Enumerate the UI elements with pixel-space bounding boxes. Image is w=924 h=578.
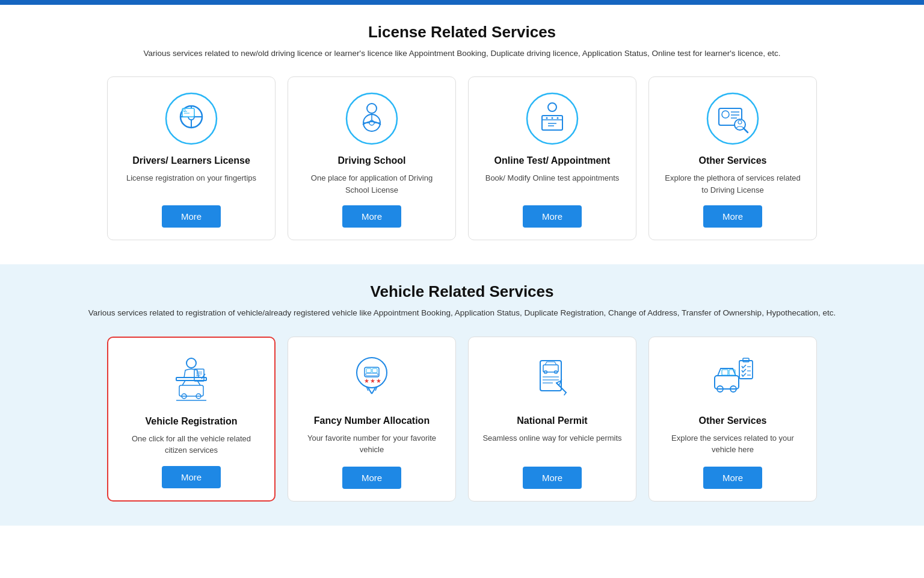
svg-rect-49 (366, 368, 371, 373)
more-button-other-services-vehicle[interactable]: More (703, 467, 762, 489)
card-desc-online-test: Book/ Modify Online test appointments (485, 172, 620, 196)
card-title-drivers-license: Drivers/ Learners License (132, 155, 250, 166)
svg-rect-69 (722, 370, 728, 375)
card-title-national-permit: National Permit (517, 415, 587, 426)
vehicle-section-desc: Various services related to registration… (36, 307, 888, 319)
license-section-desc: Various services related to new/old driv… (36, 48, 888, 60)
svg-point-0 (166, 93, 217, 144)
card-desc-fancy-number: Your favorite number for your favorite v… (300, 432, 443, 457)
license-cards-row: Drivers/ Learners License License regist… (36, 76, 888, 240)
svg-text:★: ★ (376, 378, 381, 384)
national-permit-icon (525, 352, 579, 406)
card-title-online-test: Online Test/ Appointment (494, 155, 611, 166)
card-drivers-learners-license: Drivers/ Learners License License regist… (107, 76, 276, 240)
svg-rect-50 (372, 368, 377, 373)
more-button-national-permit[interactable]: More (523, 467, 582, 489)
card-desc-drivers-license: License registration on your fingertips (126, 172, 256, 196)
more-button-other-services-license[interactable]: More (703, 205, 762, 228)
card-fancy-number: ★ ★ ★ Fancy Number Allocation Your favor… (288, 337, 456, 502)
online-test-icon (525, 92, 579, 146)
card-other-services-vehicle: Other Services Explore the services rela… (648, 337, 817, 502)
card-vehicle-registration: Vehicle Registration One click for all t… (107, 337, 276, 502)
drivers-license-icon (164, 92, 218, 146)
svg-rect-38 (194, 369, 204, 381)
card-title-other-services-vehicle: Other Services (699, 415, 767, 426)
svg-point-24 (546, 117, 548, 119)
card-desc-other-services-vehicle: Explore the services related to your veh… (661, 432, 804, 457)
card-title-vehicle-registration: Vehicle Registration (146, 416, 238, 427)
vehicle-cards-row: Vehicle Registration One click for all t… (36, 337, 888, 502)
card-desc-national-permit: Seamless online way for vehicle permits (482, 432, 621, 457)
card-desc-vehicle-registration: One click for all the vehicle related ci… (120, 433, 262, 456)
svg-point-27 (707, 93, 758, 144)
svg-line-55 (368, 388, 372, 394)
svg-rect-7 (182, 108, 194, 117)
license-section-title: License Related Services (36, 23, 888, 42)
svg-rect-51 (366, 373, 378, 376)
vehicle-section-title: Vehicle Related Services (36, 282, 888, 301)
more-button-vehicle-registration[interactable]: More (162, 466, 221, 488)
license-section: License Related Services Various service… (0, 5, 924, 264)
more-button-drivers-license[interactable]: More (162, 205, 221, 228)
card-title-driving-school: Driving School (338, 155, 406, 166)
card-driving-school: Driving School One place for application… (288, 76, 456, 240)
more-button-fancy-number[interactable]: More (342, 467, 401, 489)
top-bar (0, 0, 924, 5)
card-other-services-license: Other Services Explore the plethora of s… (648, 76, 817, 240)
svg-rect-74 (743, 358, 749, 362)
more-button-driving-school[interactable]: More (342, 205, 401, 228)
svg-text:★: ★ (364, 378, 369, 384)
svg-point-26 (557, 117, 559, 119)
card-desc-driving-school: One place for application of Driving Sch… (300, 172, 443, 196)
svg-line-56 (372, 388, 375, 394)
vehicle-registration-icon (164, 352, 218, 406)
fancy-number-icon: ★ ★ ★ (345, 352, 399, 406)
card-national-permit: National Permit Seamless online way for … (468, 337, 636, 502)
card-title-other-services-license: Other Services (699, 155, 767, 166)
card-online-test: Online Test/ Appointment Book/ Modify On… (468, 76, 636, 240)
svg-point-25 (552, 117, 553, 119)
other-services-license-icon (706, 92, 760, 146)
svg-line-67 (564, 393, 566, 395)
driving-school-icon (345, 92, 399, 146)
vehicle-section: Vehicle Related Services Various service… (0, 264, 924, 525)
card-title-fancy-number: Fancy Number Allocation (314, 415, 430, 426)
more-button-online-test[interactable]: More (523, 205, 582, 228)
svg-rect-60 (543, 365, 558, 372)
card-desc-other-services-license: Explore the plethora of services related… (661, 172, 804, 196)
other-services-vehicle-icon (706, 352, 760, 406)
svg-point-36 (186, 358, 196, 368)
svg-text:★: ★ (370, 378, 375, 384)
